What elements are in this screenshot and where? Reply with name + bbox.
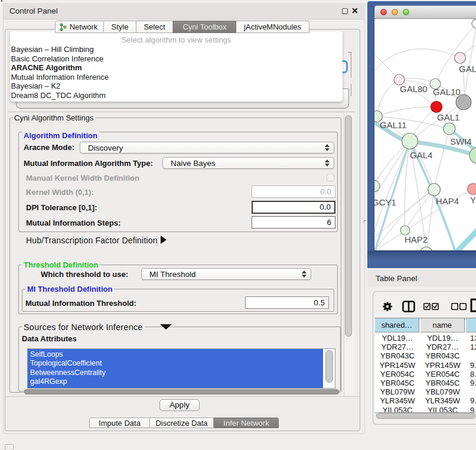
svg-text:SWI4: SWI4 [450, 136, 472, 146]
svg-text:GAL80: GAL80 [400, 84, 428, 94]
svg-text:GAL11: GAL11 [380, 120, 407, 130]
svg-text:GAL4: GAL4 [410, 150, 432, 160]
svg-text:HAP4: HAP4 [436, 196, 459, 206]
svg-text:GAL10: GAL10 [433, 87, 461, 97]
svg-text:GAL7: GAL7 [459, 64, 476, 74]
svg-text:YJ: YJ [470, 195, 476, 205]
svg-text:GCY1: GCY1 [374, 197, 396, 207]
svg-text:HAP2: HAP2 [405, 234, 428, 244]
svg-text:GAL1: GAL1 [437, 112, 459, 122]
